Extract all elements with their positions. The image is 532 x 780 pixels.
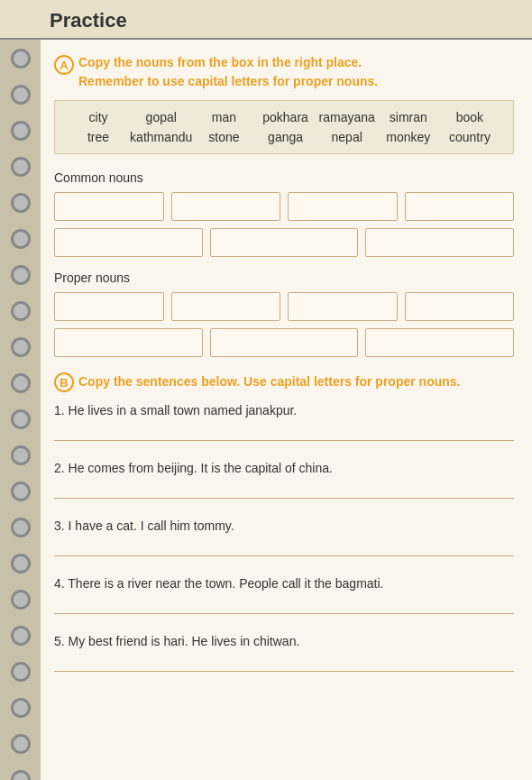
word-monkey: monkey — [379, 130, 438, 144]
sentence-text-2: 2. He comes from beijing. It is the capi… — [54, 461, 514, 475]
proper-nouns-label: Proper nouns — [54, 271, 514, 285]
section-b-header: B Copy the sentences below. Use capital … — [54, 371, 514, 392]
word-country: country — [440, 130, 500, 144]
common-nouns-label: Common nouns — [54, 170, 514, 185]
proper-nouns-row2 — [54, 328, 514, 357]
spiral-ring — [11, 85, 31, 105]
proper-noun-input-2[interactable] — [171, 292, 281, 321]
common-noun-input-1[interactable] — [54, 192, 164, 221]
section-a-instruction: Copy the nouns from the box in the right… — [78, 53, 378, 91]
proper-noun-input-4[interactable] — [405, 292, 515, 321]
spiral-ring — [11, 770, 31, 780]
word-simran: simran — [379, 110, 438, 124]
proper-noun-input-3[interactable] — [288, 292, 398, 321]
spiral-ring — [11, 482, 31, 501]
section-b-instruction: Copy the sentences below. Use capital le… — [78, 372, 460, 391]
proper-noun-input-7[interactable] — [365, 328, 514, 357]
sentence-text-1: 1. He lives in a small town named janakp… — [54, 403, 514, 418]
word-kathmandu: kathmandu — [130, 130, 192, 144]
common-noun-input-7[interactable] — [365, 228, 514, 257]
spiral-ring — [11, 734, 31, 754]
spiral-binding — [0, 40, 41, 780]
word-ganga: ganga — [256, 130, 316, 144]
title-text: Practice — [50, 9, 127, 32]
word-ramayana: ramayana — [317, 110, 377, 124]
page-title: Practice — [0, 0, 532, 40]
instruction-line1: Copy the nouns from the box in the right… — [78, 53, 378, 72]
spiral-ring — [11, 121, 31, 141]
common-nouns-row2 — [54, 228, 514, 257]
common-noun-input-5[interactable] — [54, 228, 203, 257]
sentence-text-5: 5. My best friend is hari. He lives in c… — [54, 634, 514, 648]
spiral-ring — [11, 193, 31, 213]
proper-noun-input-1[interactable] — [54, 292, 164, 321]
instruction-line2: Remember to use capital letters for prop… — [78, 72, 378, 91]
spiral-ring — [11, 301, 31, 321]
sentence-line-5[interactable] — [54, 654, 514, 672]
word-book: book — [440, 110, 500, 124]
proper-nouns-row1 — [54, 292, 514, 321]
main-content: A Copy the nouns from the box in the rig… — [41, 40, 532, 780]
word-city: city — [69, 110, 128, 124]
common-noun-input-4[interactable] — [405, 192, 515, 221]
section-a-badge: A — [54, 55, 74, 75]
spiral-ring — [11, 590, 31, 610]
common-noun-input-6[interactable] — [210, 228, 359, 257]
common-nouns-section: Common nouns — [54, 170, 514, 257]
spiral-ring — [11, 229, 31, 249]
sentence-line-1[interactable] — [54, 423, 514, 441]
word-box: city gopal man pokhara ramayana simran b… — [54, 100, 514, 154]
spiral-ring — [11, 626, 31, 646]
word-man: man — [194, 110, 253, 124]
spiral-ring — [11, 698, 31, 718]
spiral-ring — [11, 337, 31, 357]
sentence-item-2: 2. He comes from beijing. It is the capi… — [54, 461, 514, 499]
spiral-ring — [11, 373, 31, 393]
word-stone: stone — [194, 130, 253, 144]
sentence-item-1: 1. He lives in a small town named janakp… — [54, 403, 514, 441]
sentence-text-4: 4. There is a river near the town. Peopl… — [54, 576, 514, 591]
word-nepal: nepal — [317, 130, 377, 144]
spiral-ring — [11, 518, 31, 537]
word-tree: tree — [69, 130, 128, 144]
spiral-ring — [11, 662, 31, 682]
spiral-ring — [11, 409, 31, 429]
sentence-text-3: 3. I have a cat. I call him tommy. — [54, 518, 514, 533]
sentence-item-5: 5. My best friend is hari. He lives in c… — [54, 634, 514, 672]
proper-noun-input-6[interactable] — [210, 328, 359, 357]
common-nouns-row1 — [54, 192, 514, 221]
common-noun-input-3[interactable] — [288, 192, 398, 221]
sentence-line-3[interactable] — [54, 538, 514, 556]
common-noun-input-2[interactable] — [171, 192, 281, 221]
sentence-line-4[interactable] — [54, 596, 514, 614]
word-pokhara: pokhara — [256, 110, 316, 124]
sentences-list: 1. He lives in a small town named janakp… — [54, 403, 514, 672]
page-body: A Copy the nouns from the box in the rig… — [0, 40, 532, 780]
word-gopal: gopal — [130, 110, 192, 124]
section-a-header: A Copy the nouns from the box in the rig… — [54, 53, 514, 91]
spiral-ring — [11, 265, 31, 285]
spiral-ring — [11, 49, 31, 69]
proper-noun-input-5[interactable] — [54, 328, 203, 357]
proper-nouns-section: Proper nouns — [54, 271, 514, 357]
sentence-item-3: 3. I have a cat. I call him tommy. — [54, 518, 514, 556]
sentence-line-2[interactable] — [54, 481, 514, 499]
spiral-ring — [11, 554, 31, 574]
section-b-badge: B — [54, 372, 74, 392]
spiral-ring — [11, 157, 31, 177]
sentence-item-4: 4. There is a river near the town. Peopl… — [54, 576, 514, 614]
spiral-ring — [11, 445, 31, 465]
